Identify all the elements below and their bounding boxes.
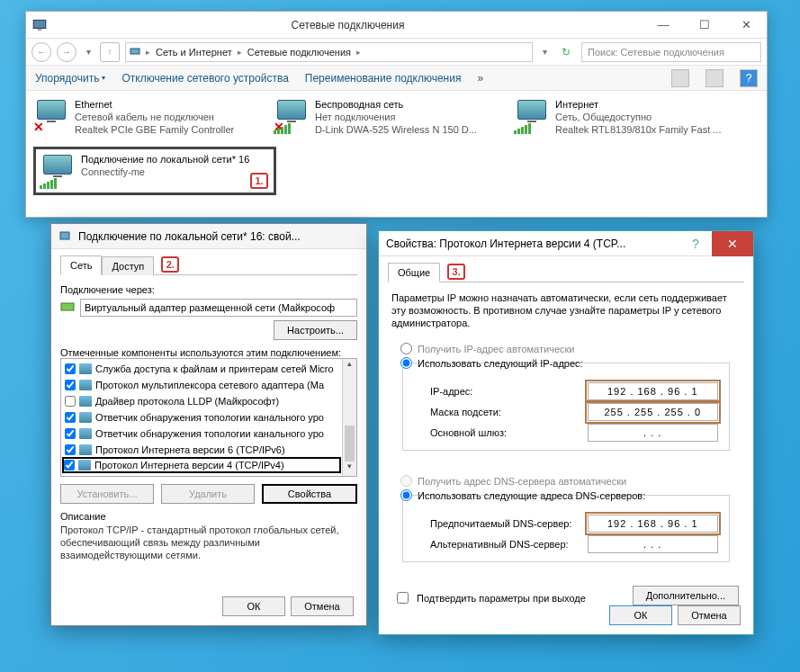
window-icon bbox=[31, 17, 48, 33]
checkbox[interactable] bbox=[65, 428, 76, 439]
svg-rect-1 bbox=[38, 29, 42, 30]
checkbox[interactable] bbox=[65, 380, 76, 390]
list-item[interactable]: Ответчик обнаружения топологии канальног… bbox=[63, 426, 340, 442]
close-button[interactable]: ✕ bbox=[725, 12, 767, 38]
component-icon bbox=[78, 460, 91, 470]
window-title: Сетевые подключения bbox=[53, 19, 643, 31]
network-icon bbox=[130, 46, 142, 58]
nav-bar: ← → ▾ ↑ ▸ Сеть и Интернет ▸ Сетевые подк… bbox=[26, 39, 767, 66]
component-icon bbox=[79, 363, 92, 374]
network-connections-window: Сетевые подключения — ☐ ✕ ← → ▾ ↑ ▸ Сеть… bbox=[25, 11, 768, 218]
radio[interactable] bbox=[400, 343, 412, 354]
arrange-menu[interactable]: Упорядочить ▾ bbox=[35, 72, 105, 85]
refresh-button[interactable]: ↻ bbox=[556, 46, 576, 58]
radio-auto-dns: Получить адрес DNS-сервера автоматически bbox=[400, 475, 732, 487]
conn-driver: Realtek RTL8139/810x Family Fast ... bbox=[555, 123, 721, 136]
ok-button[interactable]: ОК bbox=[222, 596, 285, 616]
tab-network[interactable]: Сеть bbox=[60, 255, 102, 275]
advanced-button[interactable]: Дополнительно... bbox=[633, 586, 739, 605]
dns2-input[interactable]: . . . bbox=[588, 535, 718, 553]
breadcrumb-dropdown[interactable]: ▾ bbox=[538, 47, 551, 57]
list-item[interactable]: Протокол Интернета версии 6 (TCP/IPv6) bbox=[63, 442, 340, 458]
dns2-label: Альтернативный DNS-сервер: bbox=[430, 539, 588, 550]
checkbox[interactable] bbox=[65, 363, 76, 374]
annotation-badge-1: 1. bbox=[250, 173, 268, 189]
disable-device[interactable]: Отключение сетевого устройства bbox=[121, 72, 288, 85]
radio[interactable] bbox=[400, 489, 412, 501]
components-label: Отмеченные компоненты используются этим … bbox=[60, 347, 357, 358]
maximize-button[interactable]: ☐ bbox=[684, 12, 725, 38]
cancel-button[interactable]: Отмена bbox=[291, 596, 354, 616]
svg-rect-4 bbox=[61, 303, 74, 310]
connection-wifi[interactable]: ✕ Беспроводная сеть Нет подключения D-Li… bbox=[274, 98, 503, 136]
scroll-down-icon[interactable]: ▾ bbox=[343, 461, 356, 476]
close-button[interactable]: ✕ bbox=[712, 231, 753, 256]
remove-button[interactable]: Удалить bbox=[161, 484, 255, 504]
rename-connection[interactable]: Переименование подключения bbox=[305, 72, 462, 85]
crumb-network[interactable]: Сеть и Интернет bbox=[154, 47, 234, 58]
subnet-mask-input[interactable]: 255 . 255 . 255 . 0 bbox=[588, 403, 718, 421]
component-icon bbox=[79, 428, 92, 439]
checkbox[interactable] bbox=[397, 592, 409, 604]
ok-button[interactable]: ОК bbox=[609, 605, 672, 625]
cancel-button[interactable]: Отмена bbox=[678, 605, 741, 625]
checkbox[interactable] bbox=[65, 444, 76, 455]
conn-name: Ethernet bbox=[75, 98, 234, 111]
view-list-button[interactable] bbox=[706, 69, 724, 87]
conn-status: Сеть, Общедоступно bbox=[555, 111, 721, 123]
component-icon bbox=[79, 380, 92, 390]
configure-button[interactable]: Настроить... bbox=[274, 320, 357, 340]
dialog-title: Свойства: Протокол Интернета версии 4 (T… bbox=[386, 237, 625, 250]
component-icon bbox=[79, 444, 92, 455]
scrollbar[interactable]: ▴ ▾ bbox=[342, 359, 356, 476]
toolbar: Упорядочить ▾ Отключение сетевого устрой… bbox=[26, 66, 767, 91]
item-label: Драйвер протокола LLDP (Майкрософт) bbox=[95, 396, 279, 407]
list-item-tcpipv4[interactable]: Протокол Интернета версии 4 (TCP/IPv4) bbox=[62, 457, 341, 473]
list-item[interactable]: Драйвер протокола LLDP (Майкрософт) bbox=[63, 393, 340, 409]
view-icons-button[interactable] bbox=[671, 69, 689, 87]
scroll-up-icon[interactable]: ▴ bbox=[343, 359, 356, 373]
more-chevron[interactable]: » bbox=[477, 72, 483, 85]
search-box[interactable]: Поиск: Сетевые подключения bbox=[581, 42, 761, 62]
item-label: Ответчик обнаружения топологии канальног… bbox=[95, 412, 324, 423]
dns1-input[interactable]: 192 . 168 . 96 . 1 bbox=[588, 515, 718, 533]
tab-general[interactable]: Общие bbox=[388, 263, 440, 282]
connection-local-16[interactable]: Подключение по локальной сети* 16 Connec… bbox=[33, 147, 276, 195]
list-item[interactable]: Служба доступа к файлам и принтерам сете… bbox=[63, 361, 340, 377]
connection-ethernet[interactable]: ✕ Ethernet Сетевой кабель не подключен R… bbox=[33, 98, 263, 136]
chevron-right-icon: ▸ bbox=[238, 48, 242, 57]
components-listbox[interactable]: Служба доступа к файлам и принтерам сете… bbox=[60, 358, 357, 477]
list-item[interactable]: Протокол мультиплексора сетевого адаптер… bbox=[63, 377, 340, 393]
radio-auto-ip[interactable]: Получить IP-адрес автоматически bbox=[400, 343, 732, 354]
description-text: Протокол TCP/IP - стандартный протокол г… bbox=[60, 524, 357, 561]
install-button[interactable]: Установить... bbox=[60, 484, 154, 504]
annotation-badge-2: 2. bbox=[161, 256, 179, 273]
confirm-checkbox-row[interactable]: Подтвердить параметры при выходе bbox=[393, 589, 586, 606]
properties-button[interactable]: Свойства bbox=[262, 484, 357, 504]
breadcrumb[interactable]: ▸ Сеть и Интернет ▸ Сетевые подключения … bbox=[125, 42, 533, 62]
back-button[interactable]: ← bbox=[31, 42, 51, 62]
component-icon bbox=[79, 396, 92, 407]
scroll-thumb[interactable] bbox=[345, 426, 355, 461]
gateway-input[interactable]: . . . bbox=[588, 424, 718, 442]
ipv4-properties-dialog: Свойства: Протокол Интернета версии 4 (T… bbox=[378, 230, 754, 635]
history-dropdown[interactable]: ▾ bbox=[82, 47, 94, 57]
adapter-icon bbox=[60, 301, 75, 314]
tab-access[interactable]: Доступ bbox=[102, 256, 154, 275]
tabs: Сеть Доступ 2. bbox=[60, 255, 357, 275]
checkbox[interactable] bbox=[65, 412, 76, 423]
dialog-title-bar: Свойства: Протокол Интернета версии 4 (T… bbox=[379, 231, 753, 256]
help-button[interactable]: ? bbox=[740, 69, 758, 87]
checkbox[interactable] bbox=[64, 460, 75, 470]
item-label: Ответчик обнаружения топологии канальног… bbox=[95, 428, 324, 439]
forward-button[interactable]: → bbox=[57, 42, 76, 62]
list-item[interactable]: Ответчик обнаружения топологии канальног… bbox=[63, 409, 340, 426]
crumb-connections[interactable]: Сетевые подключения bbox=[246, 47, 353, 58]
minimize-button[interactable]: — bbox=[643, 12, 684, 38]
connection-internet[interactable]: Интернет Сеть, Общедоступно Realtek RTL8… bbox=[514, 98, 743, 136]
up-button[interactable]: ↑ bbox=[100, 42, 120, 62]
ip-address-input[interactable]: 192 . 168 . 96 . 1 bbox=[588, 382, 718, 400]
radio[interactable] bbox=[400, 357, 412, 369]
help-button[interactable]: ? bbox=[685, 237, 706, 251]
checkbox[interactable] bbox=[65, 396, 76, 407]
